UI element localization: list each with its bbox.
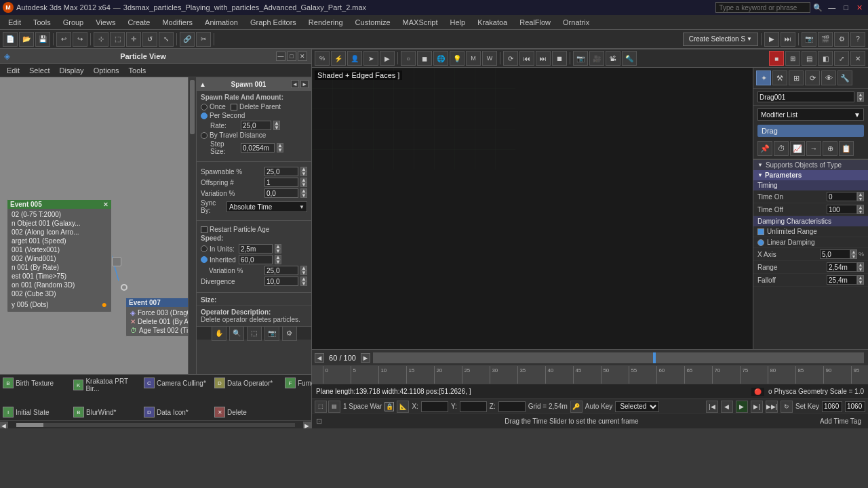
vp-letter2-icon[interactable]: W xyxy=(482,51,497,66)
rate-spin-down[interactable]: ▼ xyxy=(273,125,280,130)
menu-graph-editors[interactable]: Graph Editors xyxy=(245,17,302,28)
time-off-input[interactable] xyxy=(827,205,857,214)
search-input[interactable] xyxy=(715,2,810,13)
time-on-input[interactable] xyxy=(827,192,857,201)
step-btn[interactable]: ⏭ xyxy=(781,32,795,47)
damping-section[interactable]: Damping Characteristics xyxy=(753,216,868,226)
spawn-ctrl2[interactable]: ► xyxy=(300,80,309,88)
prop-icon-anim[interactable]: ⏱ xyxy=(774,141,789,156)
once-radio[interactable] xyxy=(201,104,208,110)
spawnable-spin-down[interactable]: ▼ xyxy=(300,171,307,176)
range-up[interactable]: ▲ xyxy=(857,262,864,267)
new-btn[interactable]: 📄 xyxy=(3,32,18,47)
x-coord-input[interactable] xyxy=(421,401,448,412)
prop-name-input[interactable] xyxy=(757,92,854,102)
vp-cam2-icon[interactable]: 🎥 xyxy=(589,51,604,66)
pb-next-btn[interactable]: ▶| xyxy=(751,401,763,413)
fps-input[interactable] xyxy=(845,401,865,412)
maximize-button[interactable]: □ xyxy=(841,3,851,12)
vp-cam3-icon[interactable]: 📽 xyxy=(606,51,620,66)
menu-help[interactable]: Help xyxy=(445,17,471,28)
prop-spin-down[interactable]: ▼ xyxy=(857,97,864,102)
lib-scroll-left[interactable]: ◄ xyxy=(0,422,8,428)
timeline-slider-track[interactable] xyxy=(373,352,864,363)
rotate-btn[interactable]: ↺ xyxy=(142,32,157,47)
timeline-ruler[interactable]: 0 5 10 15 20 25 30 35 40 45 50 55 60 65 … xyxy=(312,366,868,384)
search-icon[interactable]: 🔍 xyxy=(813,3,823,12)
x-axis-down[interactable]: ▼ xyxy=(850,254,857,259)
time-off-down[interactable]: ▼ xyxy=(857,209,864,214)
spawn-ctrl1[interactable]: ◄ xyxy=(291,80,299,88)
timeline-prev-btn[interactable]: ◄ xyxy=(315,353,324,363)
in-units-input[interactable] xyxy=(239,244,273,253)
menu-maxscript[interactable]: MAXScript xyxy=(397,17,443,28)
pv-frame-icon[interactable]: ⬚ xyxy=(247,326,262,341)
redo-btn[interactable]: ↪ xyxy=(73,32,87,47)
pv-settings-icon[interactable]: ⚙ xyxy=(282,326,297,341)
cam-btn[interactable]: 📷 xyxy=(802,32,816,47)
event-item[interactable]: y 005 (Dots) ● xyxy=(10,298,108,310)
lib-item[interactable]: D Data Icon* xyxy=(144,407,212,418)
prop-spin-up[interactable]: ▲ xyxy=(857,92,864,97)
x-axis-up[interactable]: ▲ xyxy=(850,249,857,254)
menu-animation[interactable]: Animation xyxy=(199,17,243,28)
vp-close-icon[interactable]: ✕ xyxy=(850,51,865,66)
prop-motion-icon[interactable]: ⟳ xyxy=(805,70,820,85)
spawnable-input[interactable] xyxy=(264,167,298,176)
pv-zoom-icon[interactable]: 🔍 xyxy=(229,326,244,341)
pv-menu-edit[interactable]: Edit xyxy=(3,66,24,75)
variation2-input[interactable] xyxy=(264,266,298,275)
event-item[interactable]: 002 (Cube 3D) xyxy=(10,289,108,298)
pv-hand-icon[interactable]: ✋ xyxy=(212,326,226,341)
vp-person-icon[interactable]: 👤 xyxy=(347,51,362,66)
save-btn[interactable]: 💾 xyxy=(35,32,50,47)
selected-dropdown[interactable]: Selected xyxy=(615,401,659,412)
event-item[interactable]: 002 (Wind001) xyxy=(10,254,108,263)
vp-panel-icon[interactable]: ▤ xyxy=(802,51,816,66)
lib-item[interactable]: C Camera Culling* xyxy=(144,378,212,388)
pv-menu-options[interactable]: Options xyxy=(90,66,123,75)
range-input[interactable] xyxy=(827,262,857,272)
prop-icon-paste[interactable]: 📋 xyxy=(839,141,854,156)
event-item[interactable]: ◈ Force 003 (Drag001) xyxy=(129,308,188,317)
offspring-input[interactable] xyxy=(264,178,298,187)
vp-cam4-icon[interactable]: 🔦 xyxy=(622,51,637,66)
lib-item[interactable]: K Krakatoa PRT Bir... xyxy=(73,378,141,392)
lib-item[interactable]: ✕ Delete xyxy=(214,407,282,418)
timeline-next-btn[interactable]: ► xyxy=(361,353,370,363)
open-btn[interactable]: 📂 xyxy=(19,32,34,47)
vp-render2-icon[interactable]: ◧ xyxy=(818,51,833,66)
menu-krakatoa[interactable]: Krakatoa xyxy=(472,17,513,28)
step-spin-down[interactable]: ▼ xyxy=(277,148,283,152)
sync-dropdown[interactable]: Absolute Time ▼ xyxy=(226,201,307,212)
menu-tools[interactable]: Tools xyxy=(28,17,56,28)
variation-input[interactable] xyxy=(264,188,298,198)
event-item[interactable]: on 001 (Random 3D) xyxy=(10,281,108,289)
falloff-down[interactable]: ▼ xyxy=(857,280,864,285)
prop-display-icon[interactable]: 👁 xyxy=(821,70,836,85)
time-off-up[interactable]: ▲ xyxy=(857,205,864,209)
divergence-spin-down[interactable]: ▼ xyxy=(300,281,307,286)
prop-modify-icon[interactable]: ⚒ xyxy=(772,70,787,85)
vp-cam1-icon[interactable]: 📷 xyxy=(573,51,588,66)
delete-parent-checkbox[interactable] xyxy=(231,104,237,110)
vp-render-icon[interactable]: ◼ xyxy=(417,51,432,66)
in-units-radio[interactable] xyxy=(201,245,208,252)
menu-customize[interactable]: Customize xyxy=(350,17,396,28)
pb-icon1[interactable]: ⬚ xyxy=(315,401,327,413)
vp-nav2-icon[interactable]: ⏮ xyxy=(519,51,534,66)
prop-icon-nav[interactable]: → xyxy=(806,141,821,156)
create-selection-btn[interactable]: Create Selection S ▼ xyxy=(683,33,758,46)
pb-play-btn[interactable]: ▶ xyxy=(736,401,748,413)
pb-start-btn[interactable]: |◀ xyxy=(706,401,718,413)
pv-menu-display[interactable]: Display xyxy=(56,66,88,75)
variation2-spin-down[interactable]: ▼ xyxy=(300,270,307,275)
pb-icon2[interactable]: ▤ xyxy=(328,401,340,413)
timing-section[interactable]: Timing xyxy=(753,180,868,190)
minimize-button[interactable]: — xyxy=(825,3,838,12)
parameters-section[interactable]: ▼ Parameters xyxy=(753,170,868,180)
event-item[interactable]: n 001 (By Rate) xyxy=(10,263,108,272)
vp-nav1-icon[interactable]: ⟳ xyxy=(503,51,518,66)
pv-graph[interactable]: Event 005 ✕ 02 (0-75 T:2000) n Object 00… xyxy=(0,77,188,374)
vp-letter-icon[interactable]: M xyxy=(466,51,481,66)
